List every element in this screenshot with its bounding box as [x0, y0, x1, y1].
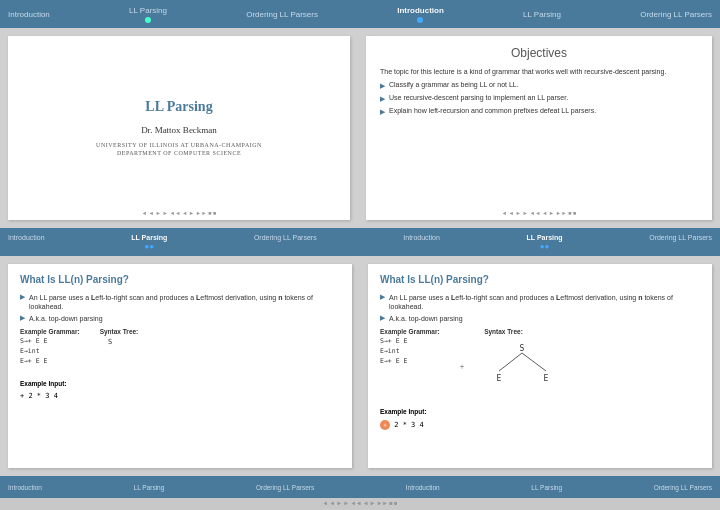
ll-arrow-1-left: ▶ — [20, 293, 25, 301]
footer-nav-intro-2[interactable]: Introduction — [406, 484, 440, 491]
slide-footer-1: ◄ ◄ ► ► ◄◄ ◄ ► ►► ■ ■ — [8, 210, 350, 216]
objectives-intro: The topic for this lecture is a kind of … — [380, 68, 698, 75]
input-section-left: Example Input: + 2 * 3 4 — [20, 372, 340, 400]
ll-bullet-2-right: ▶ A.k.a. top-down parsing — [380, 314, 700, 323]
syntax-label-left: Syntax Tree: — [100, 328, 139, 335]
objectives-heading: Objectives — [380, 46, 698, 60]
ll-text-2-left: A.k.a. top-down parsing — [29, 314, 103, 323]
bullet-2: ▶ Use recursive-descent parsing to imple… — [380, 94, 698, 103]
ll-text-2-right: A.k.a. top-down parsing — [389, 314, 463, 323]
bullet-3: ▶ Explain how left-recursion and common … — [380, 107, 698, 116]
svg-text:S: S — [520, 344, 525, 353]
mid-nav-llparsing-2[interactable]: LL Parsing ●● — [527, 233, 563, 251]
slide-footer-2: ◄ ◄ ► ► ◄◄ ◄ ► ►► ■ ■ — [366, 210, 712, 216]
ll-bullet-1-right: ▶ An LL parse uses a Left-to-right scan … — [380, 293, 700, 311]
input-value-left: + 2 * 3 4 — [20, 392, 340, 400]
syntax-col-left: Syntax Tree: S — [100, 328, 139, 366]
bullet-arrow-2: ▶ — [380, 95, 385, 103]
mid-nav-ordering-1[interactable]: Ordering LL Parsers — [254, 233, 317, 251]
footer-nav-llparsing-1[interactable]: LL Parsing — [134, 484, 165, 491]
ll-text-1-left: An LL parse uses a Left-to-right scan an… — [29, 293, 340, 311]
ll-slide-heading-left: What Is LL(n) Parsing? — [20, 274, 340, 285]
nav-item-ordering-1[interactable]: Ordering LL Parsers — [246, 10, 318, 19]
syntax-tree-svg: S E E — [484, 339, 564, 394]
bullet-text-2: Use recursive-descent parsing to impleme… — [389, 94, 568, 101]
ll-arrow-2-right: ▶ — [380, 314, 385, 322]
mid-nav-intro-1[interactable]: Introduction — [8, 233, 45, 251]
ll-text-1-right: An LL parse uses a Left-to-right scan an… — [389, 293, 700, 311]
grammar-label-left: Example Grammar: — [20, 328, 80, 335]
ll-bullet-1-left: ▶ An LL parse uses a Left-to-right scan … — [20, 293, 340, 311]
slide-institution: University of Illinois at Urbana-Champai… — [96, 141, 262, 158]
bullet-arrow-1: ▶ — [380, 82, 385, 90]
svg-text:E: E — [544, 374, 549, 383]
syntax-tree-left: S — [100, 337, 139, 348]
bullet-1: ▶ Classify a grammar as being LL or not … — [380, 81, 698, 90]
input-value-right: + 2 * 3 4 — [380, 420, 700, 430]
input-label-right: Example Input: — [380, 408, 427, 415]
ll-arrow-2-left: ▶ — [20, 314, 25, 322]
example-section-right: Example Grammar: S→+ E E E→int E→+ E E +… — [380, 328, 700, 395]
slide-author: Dr. Mattox Beckman — [141, 125, 217, 135]
input-section-right: Example Input: + 2 * 3 4 — [380, 400, 700, 430]
footer-nav-llparsing-2[interactable]: LL Parsing — [531, 484, 562, 491]
grammar-rules-left: S→+ E E E→int E→+ E E — [20, 337, 80, 366]
mid-nav-intro-2[interactable]: Introduction — [403, 233, 440, 251]
footer-nav-ordering-1[interactable]: Ordering LL Parsers — [256, 484, 314, 491]
nav-item-llparsing-1[interactable]: LL Parsing — [129, 6, 167, 23]
mid-nav-llparsing-1[interactable]: LL Parsing ●● — [131, 233, 167, 251]
mid-nav-ordering-2[interactable]: Ordering LL Parsers — [649, 233, 712, 251]
slide-title-card: LL Parsing Dr. Mattox Beckman University… — [8, 36, 350, 220]
svg-line-2 — [522, 353, 546, 371]
middle-nav-items: Introduction LL Parsing ●● Ordering LL P… — [8, 233, 712, 251]
ll-slide-heading-right: What Is LL(n) Parsing? — [380, 274, 700, 285]
bullet-text-1: Classify a grammar as being LL or not LL… — [389, 81, 519, 88]
grammar-col-left: Example Grammar: S→+ E E E→int E→+ E E — [20, 328, 80, 366]
top-slides-area: LL Parsing Dr. Mattox Beckman University… — [0, 28, 720, 228]
slide-ll-parsing-left: What Is LL(n) Parsing? ▶ An LL parse use… — [8, 264, 352, 468]
bullet-arrow-3: ▶ — [380, 108, 385, 116]
syntax-label-right: Syntax Tree: — [484, 328, 564, 335]
svg-line-1 — [499, 353, 522, 371]
grammar-label-right: Example Grammar: — [380, 328, 440, 335]
slide-ll-parsing-right: What Is LL(n) Parsing? ▶ An LL parse use… — [368, 264, 712, 468]
footer-navigation: Introduction LL Parsing Ordering LL Pars… — [0, 476, 720, 498]
grammar-col-right: Example Grammar: S→+ E E E→int E→+ E E — [380, 328, 440, 395]
tree-plus: + — [460, 338, 465, 395]
example-section-left: Example Grammar: S→+ E E E→int E→+ E E S… — [20, 328, 340, 366]
nav-items-container: Introduction LL Parsing Ordering LL Pars… — [8, 6, 712, 23]
nav-item-introduction-1[interactable]: Introduction — [8, 10, 50, 19]
footer-nav-intro-1[interactable]: Introduction — [8, 484, 42, 491]
bullet-text-3: Explain how left-recursion and common pr… — [389, 107, 596, 114]
svg-text:E: E — [497, 374, 502, 383]
nav-item-llparsing-2[interactable]: LL Parsing — [523, 10, 561, 19]
syntax-col-right: Syntax Tree: S E E — [484, 328, 564, 395]
middle-navigation: Introduction LL Parsing ●● Ordering LL P… — [0, 228, 720, 256]
nav-item-ordering-2[interactable]: Ordering LL Parsers — [640, 10, 712, 19]
slide-main-title: LL Parsing — [145, 99, 212, 115]
top-navigation: Introduction LL Parsing Ordering LL Pars… — [0, 0, 720, 28]
footer-nav-ordering-2[interactable]: Ordering LL Parsers — [654, 484, 712, 491]
input-highlight: + — [380, 420, 390, 430]
nav-item-introduction-2[interactable]: Introduction — [397, 6, 444, 23]
lower-slides-area: What Is LL(n) Parsing? ▶ An LL parse use… — [0, 256, 720, 476]
input-label-left: Example Input: — [20, 380, 67, 387]
grammar-rules-right: S→+ E E E→int E→+ E E — [380, 337, 440, 366]
ll-bullet-2-left: ▶ A.k.a. top-down parsing — [20, 314, 340, 323]
footer-nav-items: Introduction LL Parsing Ordering LL Pars… — [8, 484, 712, 491]
ll-arrow-1-right: ▶ — [380, 293, 385, 301]
slide-objectives: Objectives The topic for this lecture is… — [366, 36, 712, 220]
